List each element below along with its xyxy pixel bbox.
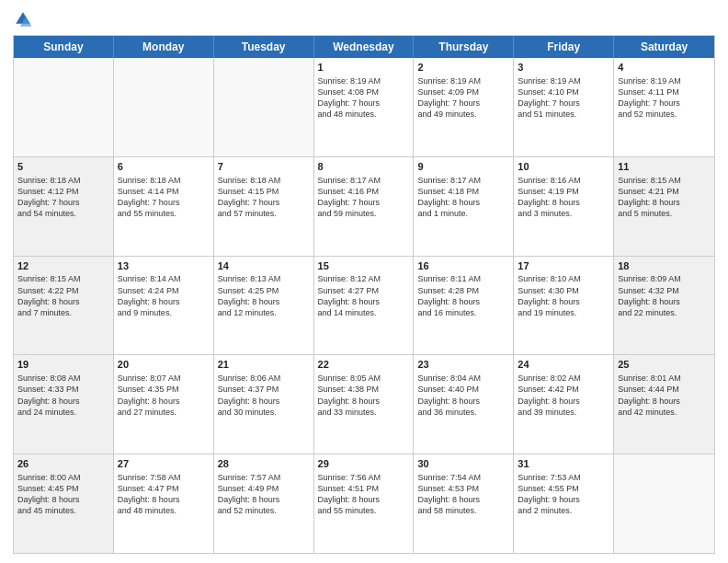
day-number: 18: [618, 259, 711, 273]
day-number: 3: [518, 61, 609, 75]
day-number: 17: [518, 259, 609, 273]
day-number: 11: [618, 160, 711, 174]
calendar-cell: 4Sunrise: 8:19 AMSunset: 4:11 PMDaylight…: [614, 58, 714, 156]
calendar-cell: 12Sunrise: 8:15 AMSunset: 4:22 PMDayligh…: [14, 257, 114, 355]
day-number: 20: [118, 358, 210, 372]
calendar-week-row: 12Sunrise: 8:15 AMSunset: 4:22 PMDayligh…: [14, 256, 714, 355]
day-number: 21: [218, 358, 310, 372]
calendar-header: SundayMondayTuesdayWednesdayThursdayFrid…: [14, 36, 714, 58]
calendar-week-row: 5Sunrise: 8:18 AMSunset: 4:12 PMDaylight…: [14, 156, 714, 256]
calendar-cell: 17Sunrise: 8:10 AMSunset: 4:30 PMDayligh…: [514, 257, 614, 355]
weekday-header: Thursday: [414, 36, 514, 58]
day-number: 9: [417, 160, 509, 174]
day-number: 26: [17, 457, 109, 471]
calendar-cell: 24Sunrise: 8:02 AMSunset: 4:42 PMDayligh…: [514, 355, 614, 454]
cell-info: Sunrise: 8:08 AMSunset: 4:33 PMDaylight:…: [17, 373, 109, 418]
calendar-cell: 8Sunrise: 8:17 AMSunset: 4:16 PMDaylight…: [314, 157, 415, 256]
cell-info: Sunrise: 8:19 AMSunset: 4:10 PMDaylight:…: [518, 75, 609, 121]
calendar: SundayMondayTuesdayWednesdayThursdayFrid…: [13, 35, 715, 554]
cell-info: Sunrise: 8:18 AMSunset: 4:15 PMDaylight:…: [218, 175, 310, 220]
weekday-header: Sunday: [14, 36, 114, 58]
cell-info: Sunrise: 8:12 AMSunset: 4:27 PMDaylight:…: [318, 273, 410, 318]
page: SundayMondayTuesdayWednesdayThursdayFrid…: [0, 0, 728, 563]
calendar-cell: 11Sunrise: 8:15 AMSunset: 4:21 PMDayligh…: [614, 157, 714, 256]
calendar-cell: 7Sunrise: 8:18 AMSunset: 4:15 PMDaylight…: [214, 157, 314, 256]
day-number: 23: [417, 358, 509, 372]
calendar-cell: 18Sunrise: 8:09 AMSunset: 4:32 PMDayligh…: [614, 257, 714, 355]
weekday-header: Friday: [514, 36, 614, 58]
calendar-cell: 31Sunrise: 7:53 AMSunset: 4:55 PMDayligh…: [514, 454, 614, 553]
cell-info: Sunrise: 8:09 AMSunset: 4:32 PMDaylight:…: [618, 273, 711, 318]
weekday-header: Wednesday: [314, 36, 415, 58]
day-number: 16: [417, 259, 509, 273]
day-number: 1: [318, 61, 410, 75]
calendar-body: 1Sunrise: 8:19 AMSunset: 4:08 PMDaylight…: [14, 58, 714, 553]
cell-info: Sunrise: 7:57 AMSunset: 4:49 PMDaylight:…: [218, 472, 310, 517]
day-number: 6: [118, 160, 210, 174]
cell-info: Sunrise: 8:17 AMSunset: 4:18 PMDaylight:…: [417, 175, 509, 220]
calendar-cell: 23Sunrise: 8:04 AMSunset: 4:40 PMDayligh…: [414, 355, 514, 454]
calendar-cell: 9Sunrise: 8:17 AMSunset: 4:18 PMDaylight…: [414, 157, 514, 256]
calendar-cell: [214, 58, 314, 156]
day-number: 24: [518, 358, 609, 372]
calendar-cell: 3Sunrise: 8:19 AMSunset: 4:10 PMDaylight…: [514, 58, 614, 156]
calendar-cell: 29Sunrise: 7:56 AMSunset: 4:51 PMDayligh…: [314, 454, 415, 553]
day-number: 31: [518, 457, 609, 471]
cell-info: Sunrise: 8:18 AMSunset: 4:12 PMDaylight:…: [17, 175, 109, 220]
day-number: 27: [118, 457, 210, 471]
day-number: 28: [218, 457, 310, 471]
day-number: 13: [118, 259, 210, 273]
cell-info: Sunrise: 8:16 AMSunset: 4:19 PMDaylight:…: [518, 175, 609, 220]
day-number: 7: [218, 160, 310, 174]
day-number: 14: [218, 259, 310, 273]
day-number: 25: [618, 358, 711, 372]
day-number: 30: [417, 457, 509, 471]
day-number: 29: [318, 457, 410, 471]
calendar-cell: 19Sunrise: 8:08 AMSunset: 4:33 PMDayligh…: [14, 355, 114, 454]
day-number: 2: [417, 61, 509, 75]
calendar-cell: 5Sunrise: 8:18 AMSunset: 4:12 PMDaylight…: [14, 157, 114, 256]
calendar-week-row: 1Sunrise: 8:19 AMSunset: 4:08 PMDaylight…: [14, 58, 714, 156]
day-number: 22: [318, 358, 410, 372]
day-number: 12: [17, 259, 109, 273]
weekday-header: Saturday: [614, 36, 714, 58]
calendar-cell: 21Sunrise: 8:06 AMSunset: 4:37 PMDayligh…: [214, 355, 314, 454]
calendar-cell: 26Sunrise: 8:00 AMSunset: 4:45 PMDayligh…: [14, 454, 114, 553]
cell-info: Sunrise: 8:14 AMSunset: 4:24 PMDaylight:…: [118, 273, 210, 318]
weekday-header: Tuesday: [214, 36, 314, 58]
day-number: 8: [318, 160, 410, 174]
day-number: 19: [17, 358, 109, 372]
cell-info: Sunrise: 8:00 AMSunset: 4:45 PMDaylight:…: [17, 472, 109, 517]
calendar-cell: [114, 58, 214, 156]
calendar-cell: 28Sunrise: 7:57 AMSunset: 4:49 PMDayligh…: [214, 454, 314, 553]
cell-info: Sunrise: 8:05 AMSunset: 4:38 PMDaylight:…: [318, 373, 410, 418]
calendar-cell: 20Sunrise: 8:07 AMSunset: 4:35 PMDayligh…: [114, 355, 214, 454]
cell-info: Sunrise: 8:17 AMSunset: 4:16 PMDaylight:…: [318, 175, 410, 220]
logo-icon: [13, 9, 33, 29]
cell-info: Sunrise: 8:18 AMSunset: 4:14 PMDaylight:…: [118, 175, 210, 220]
cell-info: Sunrise: 8:11 AMSunset: 4:28 PMDaylight:…: [417, 273, 509, 318]
cell-info: Sunrise: 7:54 AMSunset: 4:53 PMDaylight:…: [417, 472, 509, 517]
cell-info: Sunrise: 8:15 AMSunset: 4:21 PMDaylight:…: [618, 175, 711, 220]
cell-info: Sunrise: 8:01 AMSunset: 4:44 PMDaylight:…: [618, 373, 711, 418]
cell-info: Sunrise: 7:58 AMSunset: 4:47 PMDaylight:…: [118, 472, 210, 517]
weekday-header: Monday: [114, 36, 214, 58]
calendar-cell: 27Sunrise: 7:58 AMSunset: 4:47 PMDayligh…: [114, 454, 214, 553]
calendar-cell: 2Sunrise: 8:19 AMSunset: 4:09 PMDaylight…: [414, 58, 514, 156]
calendar-cell: 22Sunrise: 8:05 AMSunset: 4:38 PMDayligh…: [314, 355, 415, 454]
cell-info: Sunrise: 8:15 AMSunset: 4:22 PMDaylight:…: [17, 273, 109, 318]
calendar-cell: 16Sunrise: 8:11 AMSunset: 4:28 PMDayligh…: [414, 257, 514, 355]
calendar-cell: 1Sunrise: 8:19 AMSunset: 4:08 PMDaylight…: [314, 58, 415, 156]
day-number: 15: [318, 259, 410, 273]
calendar-cell: [14, 58, 114, 156]
calendar-cell: 6Sunrise: 8:18 AMSunset: 4:14 PMDaylight…: [114, 157, 214, 256]
logo: [13, 9, 37, 29]
cell-info: Sunrise: 8:19 AMSunset: 4:09 PMDaylight:…: [417, 75, 509, 121]
cell-info: Sunrise: 7:53 AMSunset: 4:55 PMDaylight:…: [518, 472, 609, 517]
cell-info: Sunrise: 8:07 AMSunset: 4:35 PMDaylight:…: [118, 373, 210, 418]
calendar-cell: 30Sunrise: 7:54 AMSunset: 4:53 PMDayligh…: [414, 454, 514, 553]
calendar-cell: 15Sunrise: 8:12 AMSunset: 4:27 PMDayligh…: [314, 257, 415, 355]
calendar-cell: 13Sunrise: 8:14 AMSunset: 4:24 PMDayligh…: [114, 257, 214, 355]
header: [13, 9, 715, 29]
calendar-cell: 10Sunrise: 8:16 AMSunset: 4:19 PMDayligh…: [514, 157, 614, 256]
